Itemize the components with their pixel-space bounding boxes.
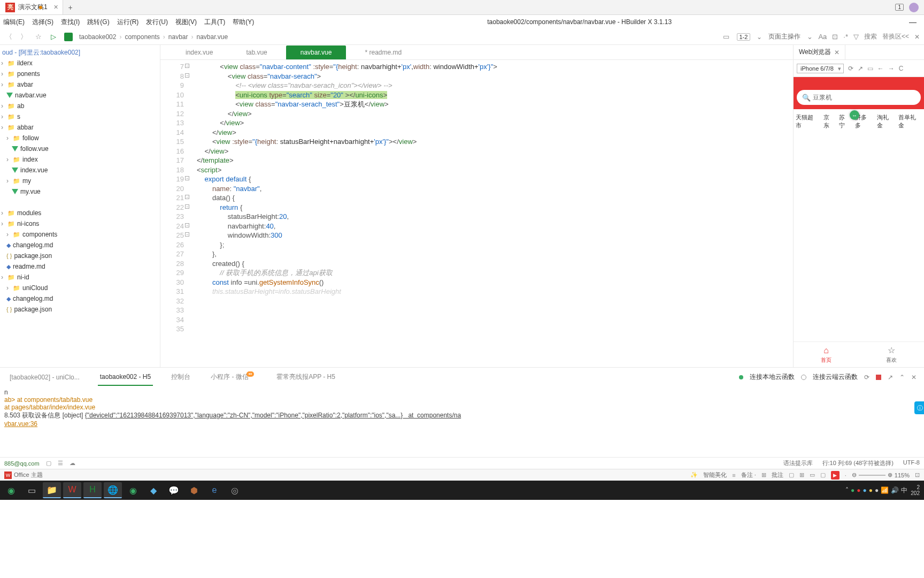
browser-tab[interactable]: 亮 演示文稿1 ✕ [0, 0, 63, 14]
log-icon[interactable]: ☰ [58, 460, 63, 467]
magic-icon[interactable]: ✨ [690, 471, 698, 478]
tabbar-home[interactable]: ⌂ 首页 [794, 342, 859, 367]
sidebar-item[interactable]: ›📁avbar [0, 79, 160, 90]
start-button[interactable]: ◉ [2, 482, 20, 498]
console-collapse-icon[interactable]: ⌃ [899, 374, 905, 381]
sidebar-item[interactable]: ◆changelog.md [0, 240, 160, 250]
favorite-icon[interactable]: ☆ [34, 33, 43, 41]
sidebar-item[interactable]: my.vue [0, 186, 160, 197]
file-tab[interactable]: index.vue [171, 45, 227, 59]
remote-cloud-label[interactable]: 连接云端云函数 [813, 372, 858, 382]
zoom-in-icon[interactable]: ⊕ [888, 471, 892, 478]
crumb-file[interactable]: navbar.vue [196, 33, 228, 41]
tabbar-favorite[interactable]: ☆ 喜欢 [859, 342, 924, 367]
new-tab-button[interactable]: + [63, 3, 78, 12]
line-range[interactable]: 1-2 [737, 33, 751, 41]
minimize-icon[interactable]: — [905, 18, 921, 26]
taskbar-app3[interactable]: ⬢ [185, 482, 203, 498]
taskbar-hbuilder[interactable]: H [83, 482, 102, 498]
sidebar-item[interactable]: ◆readme.md [0, 261, 160, 272]
system-tray[interactable]: ˄ ● ● ● ● ● 📶 🔊 中 [845, 486, 907, 495]
console-tab-app[interactable]: 霍常亮线报APP - H5 [274, 368, 337, 386]
floating-help-icon[interactable]: ⓘ [914, 401, 924, 414]
menu-find[interactable]: 查找(I) [61, 18, 80, 27]
console-tab-unicloud[interactable]: [taobaoke002] - uniClo... [7, 369, 82, 385]
status-account[interactable]: 885@qq.com [4, 460, 40, 467]
tray-up-icon[interactable]: ˄ [845, 486, 849, 494]
filter-icon[interactable]: ▽ [853, 33, 859, 41]
sidebar-item[interactable]: ›📁ni-icons [0, 218, 160, 229]
zoom-control[interactable]: ⊖ ⊕ 115% [852, 471, 910, 478]
menu-publish[interactable]: 发行(U) [146, 18, 168, 27]
run-icon[interactable]: ▷ [49, 33, 58, 41]
local-cloud-label[interactable]: 连接本地云函数 [750, 372, 795, 382]
user-avatar-icon[interactable] [909, 3, 919, 12]
view-slide-icon[interactable]: ▢ [820, 471, 826, 478]
syntax-lib[interactable]: 语法提示库 [783, 459, 813, 467]
sidebar-item[interactable]: ›📁follow [0, 133, 160, 143]
console-tab-console[interactable]: 控制台 [169, 368, 192, 386]
menu-tools[interactable]: 工具(T) [204, 18, 225, 27]
taskbar-app4[interactable]: ◎ [226, 482, 244, 498]
sidebar-item[interactable]: ›📁ni-id [0, 272, 160, 283]
preview-search-bar[interactable]: 🔍 豆浆机 [797, 90, 921, 105]
terminal-icon[interactable]: ▢ [46, 460, 51, 467]
screenshot-icon[interactable]: ▭ [867, 65, 873, 72]
sidebar-item[interactable]: { }package.json [0, 250, 160, 261]
file-tab[interactable]: navbar.vue [286, 45, 346, 59]
ruler-icon[interactable]: ▭ [722, 33, 730, 41]
view-normal-icon[interactable]: ▢ [789, 471, 794, 478]
taskbar-edge[interactable]: e [205, 482, 224, 498]
taskbar-chrome[interactable]: 🌐 [104, 482, 122, 498]
preview-reload-icon[interactable]: C [899, 65, 904, 72]
case-icon[interactable]: Aa [818, 33, 827, 41]
close-tab-icon[interactable]: ✕ [53, 4, 58, 11]
console-popout-icon[interactable]: ↗ [888, 374, 893, 381]
preview-back-icon[interactable]: ← [877, 65, 884, 72]
nav-forward-icon[interactable]: 〉 [19, 32, 28, 42]
menu-help[interactable]: 帮助(Y) [233, 18, 254, 27]
category-item[interactable]: 苏宁 [839, 113, 851, 130]
code-editor[interactable]: 7−8−910111213141516171819−2021−22−2324−2… [160, 60, 793, 367]
taskbar-app2[interactable]: ◆ [144, 482, 163, 498]
console-tab-wechat[interactable]: 小程序 - 微信•• [209, 368, 258, 386]
open-external-icon[interactable]: ↗ [858, 65, 863, 72]
sidebar-item[interactable]: follow.vue [0, 143, 160, 154]
office-theme-label[interactable]: Office 主题 [14, 471, 43, 479]
sidebar-item[interactable]: navbar.vue [0, 90, 160, 101]
sidebar-item[interactable]: ›📁ponents [0, 69, 160, 79]
page-action-label[interactable]: 页面主操作 [768, 32, 800, 41]
file-tab[interactable]: tab.vue [232, 45, 281, 59]
tab-count-badge[interactable]: 1 [895, 4, 904, 11]
word-icon[interactable]: ⊡ [832, 33, 838, 41]
sidebar-item[interactable]: index.vue [0, 165, 160, 176]
menu-goto[interactable]: 跳转(G) [87, 18, 109, 27]
refresh-icon[interactable]: ⟳ [848, 65, 853, 72]
sidebar-item[interactable]: ›📁abbar [0, 122, 160, 133]
sidebar-item[interactable]: ›📁my [0, 176, 160, 186]
device-select[interactable]: iPhone 6/7/8 [797, 64, 844, 73]
console-refresh-icon[interactable]: ⟳ [864, 374, 869, 381]
crumb-project[interactable]: taobaoke002 [79, 33, 116, 41]
sidebar-item[interactable]: ›📁s [0, 111, 160, 122]
category-item[interactable]: 淘礼金 [877, 113, 895, 130]
prev-result-icon[interactable]: ⌄ [807, 33, 813, 41]
sidebar-item[interactable]: ›📁ilderx [0, 58, 160, 69]
preview-forward-icon[interactable]: → [888, 65, 895, 72]
sidebar-item[interactable]: ›📁uniCloud [0, 283, 160, 293]
menu-run[interactable]: 运行(R) [117, 18, 139, 27]
category-item[interactable]: 首单礼金 [898, 113, 922, 130]
taskbar-wechat[interactable]: 💬 [165, 482, 183, 498]
crumb-components[interactable]: components [125, 33, 159, 41]
taskbar-app1[interactable]: ◉ [124, 482, 142, 498]
category-item[interactable]: 京东 [823, 113, 835, 130]
sidebar-item[interactable]: ›📁ab [0, 101, 160, 111]
category-item[interactable]: 天猫超市 [796, 113, 819, 130]
cloud-icon[interactable]: ☁ [70, 460, 75, 467]
menu-select[interactable]: 选择(S) [32, 18, 53, 27]
taskbar-wps[interactable]: W [63, 482, 81, 498]
zoom-out-icon[interactable]: ⊖ [852, 471, 857, 478]
fit-icon[interactable]: ⊡ [915, 471, 920, 478]
note-label[interactable]: 备注 · [741, 471, 756, 479]
sidebar-item[interactable]: { }package.json [0, 304, 160, 315]
